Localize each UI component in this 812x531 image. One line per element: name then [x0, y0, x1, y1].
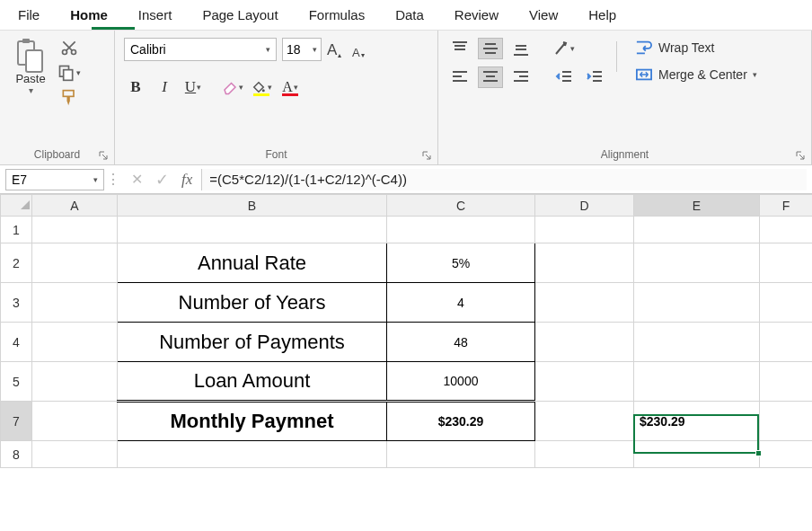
col-header-E[interactable]: E	[634, 195, 760, 217]
cell-D3[interactable]	[535, 283, 634, 323]
align-right-button[interactable]	[508, 66, 534, 88]
name-box[interactable]: E7 ▾	[5, 169, 104, 190]
align-bottom-button[interactable]	[508, 38, 534, 59]
col-header-B[interactable]: B	[118, 195, 387, 217]
cell-D8[interactable]	[535, 441, 634, 468]
cell-B2[interactable]: Annual Rate	[118, 243, 387, 283]
align-center-button[interactable]	[478, 66, 503, 88]
row-header-1[interactable]: 1	[1, 217, 32, 243]
col-header-F[interactable]: F	[760, 195, 813, 217]
row-header-8[interactable]: 8	[1, 441, 32, 468]
col-header-D[interactable]: D	[535, 195, 634, 217]
increase-font-button[interactable]: A▴	[327, 40, 347, 59]
cell-D2[interactable]	[535, 243, 634, 283]
cell-E7[interactable]: $230.29	[634, 402, 760, 441]
font-launcher[interactable]	[421, 148, 432, 159]
svg-rect-1	[22, 39, 30, 43]
decrease-font-button[interactable]: A▾	[352, 40, 372, 59]
cell-C8[interactable]	[387, 441, 535, 468]
menu-review[interactable]: Review	[453, 4, 500, 26]
align-left-button[interactable]	[447, 66, 472, 88]
copy-button[interactable]: ▾	[57, 63, 81, 83]
cell-A8[interactable]	[32, 441, 118, 468]
underline-button[interactable]: U▾	[181, 75, 205, 99]
formula-input[interactable]: =(C5*C2/12)/(1-(1+C2/12)^(-C4))	[201, 169, 807, 190]
orientation-button[interactable]: ▾	[552, 38, 577, 59]
cell-A1[interactable]	[32, 217, 118, 243]
align-top-button[interactable]	[447, 38, 472, 59]
cell-E1[interactable]	[634, 217, 760, 243]
select-all-corner[interactable]	[1, 195, 32, 217]
cell-B5[interactable]: Loan Amount	[118, 362, 387, 402]
menu-data[interactable]: Data	[393, 4, 426, 26]
decrease-indent-button[interactable]	[552, 66, 577, 88]
cell-A2[interactable]	[32, 243, 118, 283]
cell-A4[interactable]	[32, 323, 118, 362]
merge-center-button[interactable]: Merge & Center ▾	[631, 65, 761, 84]
menu-home[interactable]: Home	[68, 4, 110, 26]
cell-C2[interactable]: 5%	[387, 243, 535, 283]
cell-B1[interactable]	[118, 217, 387, 243]
cell-A3[interactable]	[32, 283, 118, 323]
cell-F5[interactable]	[760, 362, 813, 402]
cut-button[interactable]	[57, 38, 81, 58]
bold-button[interactable]: B	[124, 75, 147, 99]
row-header-4[interactable]: 4	[1, 323, 32, 362]
row-header-5[interactable]: 5	[1, 362, 32, 402]
cell-C3[interactable]: 4	[387, 283, 535, 323]
cell-B4[interactable]: Number of Payments	[118, 323, 387, 362]
cell-F8[interactable]	[760, 441, 813, 468]
cell-C7[interactable]: $230.29	[387, 402, 535, 441]
paste-button[interactable]: Paste ▾	[9, 38, 52, 108]
row-header-7[interactable]: 7	[1, 402, 32, 441]
alignment-launcher[interactable]	[795, 148, 806, 159]
col-header-A[interactable]: A	[32, 195, 118, 217]
italic-button[interactable]: I	[153, 75, 176, 99]
menu-help[interactable]: Help	[587, 4, 618, 26]
cell-A7[interactable]	[32, 402, 118, 441]
format-painter-button[interactable]	[57, 88, 81, 108]
font-size-select[interactable]: 18▾	[282, 38, 322, 61]
cell-E8[interactable]	[634, 441, 760, 468]
cell-E5[interactable]	[634, 362, 760, 402]
wrap-text-button[interactable]: Wrap Text	[631, 38, 761, 58]
cell-D1[interactable]	[535, 217, 634, 243]
cell-E2[interactable]	[634, 243, 760, 283]
cell-C4[interactable]: 48	[387, 323, 535, 362]
cell-E3[interactable]	[634, 283, 760, 323]
increase-indent-button[interactable]	[582, 66, 607, 88]
fill-color-button[interactable]: ▾	[250, 75, 273, 99]
row-header-2[interactable]: 2	[1, 243, 32, 283]
menu-insert[interactable]: Insert	[137, 4, 174, 26]
cancel-formula-button[interactable]: ✕	[131, 171, 143, 188]
cell-C1[interactable]	[387, 217, 535, 243]
cell-B3[interactable]: Number of Years	[118, 283, 387, 323]
cell-D7[interactable]	[535, 402, 634, 441]
menu-page-layout[interactable]: Page Layout	[200, 4, 279, 26]
col-header-C[interactable]: C	[387, 195, 535, 217]
cell-F4[interactable]	[760, 323, 813, 362]
cell-F7[interactable]	[760, 402, 813, 441]
menu-view[interactable]: View	[527, 4, 560, 26]
fill-handle[interactable]	[755, 450, 762, 456]
insert-function-button[interactable]: fx	[181, 171, 192, 189]
row-header-3[interactable]: 3	[1, 283, 32, 323]
font-color-button[interactable]: A▾	[278, 75, 302, 99]
menu-formulas[interactable]: Formulas	[307, 4, 367, 26]
cell-F1[interactable]	[760, 217, 813, 243]
menu-file[interactable]: File	[16, 4, 41, 26]
clipboard-launcher[interactable]	[98, 148, 109, 159]
cell-F3[interactable]	[760, 283, 813, 323]
cell-F2[interactable]	[760, 243, 813, 283]
cell-E4[interactable]	[634, 323, 760, 362]
cell-D5[interactable]	[535, 362, 634, 402]
cell-C5[interactable]: 10000	[387, 362, 535, 402]
cell-D4[interactable]	[535, 323, 634, 362]
enter-formula-button[interactable]: ✓	[155, 170, 169, 190]
font-name-select[interactable]: Calibri▾	[124, 38, 277, 61]
cell-A5[interactable]	[32, 362, 118, 402]
border-button[interactable]: ▾	[221, 75, 244, 99]
align-middle-button[interactable]	[478, 38, 503, 59]
cell-B8[interactable]	[118, 441, 387, 468]
cell-B7[interactable]: Monthly Paymnet	[118, 402, 387, 441]
